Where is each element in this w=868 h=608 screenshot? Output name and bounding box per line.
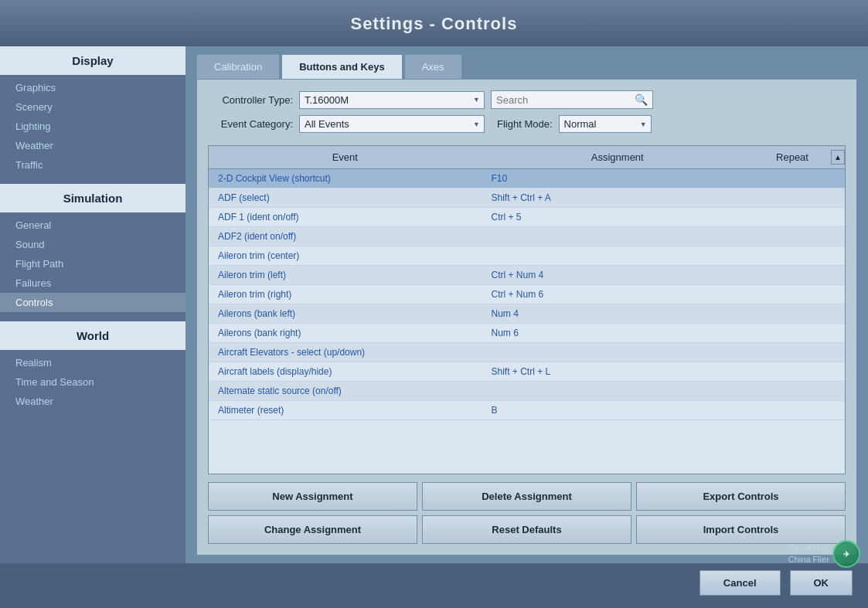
cell-event: ADF (select) xyxy=(215,192,488,204)
sidebar-display-header: Display xyxy=(0,46,186,75)
cell-repeat xyxy=(761,404,839,416)
reset-defaults-button[interactable]: Reset Defaults xyxy=(422,515,631,544)
sidebar-item-traffic[interactable]: Traffic xyxy=(0,155,186,175)
scroll-up-arrow[interactable]: ▲ xyxy=(831,150,845,165)
table-row[interactable]: ADF 1 (ident on/off) Ctrl + 5 xyxy=(209,208,845,227)
cell-assignment xyxy=(488,250,762,262)
cell-repeat xyxy=(761,211,839,223)
controller-type-wrapper: T.16000M Keyboard Mouse xyxy=(299,91,485,109)
cell-repeat xyxy=(761,172,839,185)
footer: Cancel OK xyxy=(0,563,868,602)
flight-mode-wrapper: Normal Expert Simple xyxy=(559,115,652,133)
search-input[interactable] xyxy=(496,94,635,106)
controller-type-select[interactable]: T.16000M Keyboard Mouse xyxy=(299,91,485,109)
sidebar-simulation-header: Simulation xyxy=(0,184,186,212)
cell-event: Aileron trim (left) xyxy=(215,269,488,281)
form-row-category: Event Category: All Events Camera Engine… xyxy=(208,115,846,133)
table-row[interactable]: Aircraft labels (display/hide) Shift + C… xyxy=(209,362,845,382)
watermark-text: 飞行者联盟 China Flier xyxy=(787,543,829,566)
table-row[interactable]: Aileron trim (center) xyxy=(209,246,845,266)
cell-assignment: Ctrl + Num 6 xyxy=(488,288,762,301)
watermark-logo: ✈ xyxy=(832,540,860,568)
watermark-line1: 飞行者联盟 xyxy=(787,543,829,554)
sidebar-item-flight-path[interactable]: Flight Path xyxy=(0,254,186,273)
sidebar-item-scenery[interactable]: Scenery xyxy=(0,97,186,117)
cell-assignment: B xyxy=(488,404,762,416)
bottom-buttons: New Assignment Delete Assignment Export … xyxy=(208,482,846,544)
page-title: Settings - Controls xyxy=(351,14,518,33)
watermark-line2: China Flier xyxy=(787,554,829,565)
table-header: Event Assignment Repeat ▲ xyxy=(209,146,845,169)
cell-assignment: Shift + Ctrl + A xyxy=(488,192,762,204)
change-assignment-button[interactable]: Change Assignment xyxy=(208,515,417,544)
cell-event: Aircraft Elevators - select (up/down) xyxy=(215,346,488,358)
main-layout: Display Graphics Scenery Lighting Weathe… xyxy=(0,46,868,563)
flight-mode-select[interactable]: Normal Expert Simple xyxy=(559,115,652,133)
table-row[interactable]: Alternate static source (on/off) xyxy=(209,382,845,401)
sidebar-item-time-and-season[interactable]: Time and Season xyxy=(0,372,186,392)
sidebar-item-sound[interactable]: Sound xyxy=(0,235,186,254)
sidebar-item-realism[interactable]: Realism xyxy=(0,353,186,372)
watermark: 飞行者联盟 China Flier ✈ xyxy=(787,540,860,568)
event-category-wrapper: All Events Camera Engine Navigation xyxy=(299,115,485,133)
ok-button[interactable]: OK xyxy=(790,570,853,596)
cell-event: Ailerons (bank left) xyxy=(215,307,488,320)
table-row[interactable]: ADF2 (ident on/off) xyxy=(209,227,845,246)
tab-axes[interactable]: Axes xyxy=(404,54,462,79)
cell-repeat xyxy=(761,307,839,320)
table-row[interactable]: Ailerons (bank left) Num 4 xyxy=(209,304,845,324)
panel-box: Controller Type: T.16000M Keyboard Mouse… xyxy=(196,79,857,555)
flight-mode-label: Flight Mode: xyxy=(497,118,553,130)
cancel-button[interactable]: Cancel xyxy=(700,570,781,596)
tabs: Calibration Buttons and Keys Axes xyxy=(196,54,857,79)
table-row[interactable]: Altimeter (reset) B xyxy=(209,401,845,420)
sidebar-item-controls[interactable]: Controls xyxy=(0,293,186,312)
cell-repeat xyxy=(761,288,839,301)
delete-assignment-button[interactable]: Delete Assignment xyxy=(422,482,631,511)
table-row[interactable]: 2-D Cockpit View (shortcut) F10 xyxy=(209,169,845,189)
cell-assignment xyxy=(488,346,762,358)
sidebar-world-header: World xyxy=(0,321,186,350)
sidebar-item-weather-world[interactable]: Weather xyxy=(0,392,186,411)
cell-assignment: Shift + Ctrl + L xyxy=(488,365,762,378)
sidebar: Display Graphics Scenery Lighting Weathe… xyxy=(0,46,186,563)
search-wrapper[interactable]: 🔍 xyxy=(491,90,653,109)
cell-event: Alternate static source (on/off) xyxy=(215,385,488,397)
cell-repeat xyxy=(761,385,839,397)
cell-event: ADF2 (ident on/off) xyxy=(215,230,488,243)
table-row[interactable]: ADF (select) Shift + Ctrl + A xyxy=(209,189,845,208)
cell-repeat xyxy=(761,365,839,378)
cell-assignment: Ctrl + 5 xyxy=(488,211,762,223)
cell-repeat xyxy=(761,192,839,204)
cell-assignment: F10 xyxy=(488,172,762,185)
sidebar-item-graphics[interactable]: Graphics xyxy=(0,78,186,97)
cell-event: Aileron trim (right) xyxy=(215,288,488,301)
cell-event: Altimeter (reset) xyxy=(215,404,488,416)
search-icon: 🔍 xyxy=(635,93,648,106)
table-row[interactable]: Ailerons (bank right) Num 6 xyxy=(209,324,845,343)
cell-assignment xyxy=(488,385,762,397)
cell-assignment xyxy=(488,230,762,243)
sidebar-item-weather-display[interactable]: Weather xyxy=(0,136,186,155)
event-table: Event Assignment Repeat ▲ 2-D Cockpit Vi… xyxy=(208,145,846,474)
controller-type-label: Controller Type: xyxy=(208,94,293,106)
export-controls-button[interactable]: Export Controls xyxy=(636,482,846,511)
new-assignment-button[interactable]: New Assignment xyxy=(208,482,417,511)
tab-buttons-and-keys[interactable]: Buttons and Keys xyxy=(281,54,403,79)
cell-event: ADF 1 (ident on/off) xyxy=(215,211,488,223)
table-row[interactable]: Aileron trim (left) Ctrl + Num 4 xyxy=(209,266,845,285)
tab-calibration[interactable]: Calibration xyxy=(196,54,280,79)
sidebar-item-general[interactable]: General xyxy=(0,216,186,235)
content-area: Calibration Buttons and Keys Axes Contro… xyxy=(186,46,868,563)
header-repeat: Repeat xyxy=(754,150,831,165)
event-category-select[interactable]: All Events Camera Engine Navigation xyxy=(299,115,485,133)
cell-repeat xyxy=(761,230,839,243)
sidebar-item-lighting[interactable]: Lighting xyxy=(0,117,186,136)
table-row[interactable]: Aircraft Elevators - select (up/down) xyxy=(209,343,845,362)
cell-assignment: Num 6 xyxy=(488,327,762,339)
table-row[interactable]: Aileron trim (right) Ctrl + Num 6 xyxy=(209,285,845,304)
sidebar-item-failures[interactable]: Failures xyxy=(0,273,186,293)
cell-assignment: Num 4 xyxy=(488,307,762,320)
cell-assignment: Ctrl + Num 4 xyxy=(488,269,762,281)
cell-repeat xyxy=(761,250,839,262)
